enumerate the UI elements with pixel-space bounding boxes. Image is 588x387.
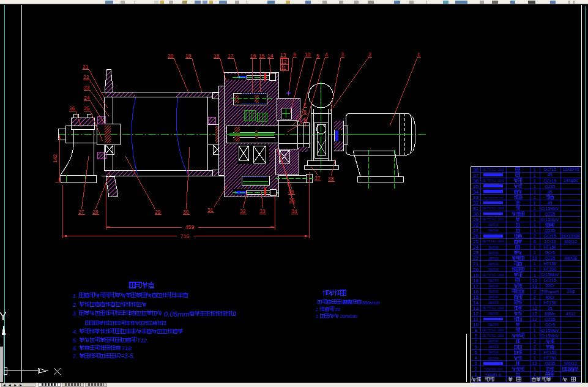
svg-text:18: 18	[214, 53, 220, 59]
svg-text:4: 4	[325, 51, 328, 58]
svg-text:2: 2	[534, 233, 536, 239]
svg-text:Q235: Q235	[545, 228, 555, 233]
svg-text:GCr5: GCr5	[545, 250, 556, 255]
svg-text:1: 1	[534, 250, 536, 255]
svg-text:GB/T5782-1986: GB/T5782-1986	[482, 179, 504, 182]
svg-text:18: 18	[473, 278, 478, 284]
svg-text:19: 19	[473, 272, 478, 278]
svg-text:28: 28	[473, 222, 478, 228]
svg-text:1: 1	[534, 200, 536, 206]
svg-text:GB/T5782-1986: GB/T5782-1986	[482, 274, 504, 277]
svg-text:29: 29	[155, 209, 161, 215]
svg-text:4X12: 4X12	[566, 312, 576, 316]
svg-text:0.05mm: 0.05mm	[164, 310, 190, 318]
svg-text:2Xφ: 2Xφ	[567, 289, 575, 294]
svg-text:65Mn: 65Mn	[545, 312, 556, 316]
svg-text:.: .	[316, 300, 317, 304]
svg-text:2: 2	[368, 51, 371, 58]
svg-text:Cr15MoV: Cr15MoV	[541, 334, 559, 338]
svg-text:36: 36	[288, 189, 294, 195]
svg-text:1: 1	[534, 333, 536, 339]
svg-text:35: 35	[473, 184, 478, 189]
svg-text:45: 45	[548, 201, 553, 205]
svg-text:24: 24	[473, 244, 478, 250]
svg-text:1: 1	[534, 173, 536, 178]
svg-text:45: 45	[548, 173, 553, 177]
svg-text:12: 12	[532, 361, 537, 366]
svg-text:10X8X45: 10X8X45	[562, 167, 579, 171]
svg-text:5.: 5.	[73, 337, 78, 344]
svg-text:JB8530: JB8530	[488, 279, 499, 282]
svg-text:HT150: HT150	[543, 350, 556, 355]
svg-text:M4X12: M4X12	[565, 361, 578, 366]
svg-text:23: 23	[473, 250, 478, 255]
svg-text:1Cr13: 1Cr13	[544, 239, 556, 244]
svg-text:13: 13	[473, 306, 478, 311]
svg-text:14Xφ50: 14Xφ50	[564, 178, 578, 183]
svg-text:2: 2	[475, 366, 478, 372]
svg-text:1: 1	[534, 167, 536, 173]
svg-text:JB8530: JB8530	[488, 296, 499, 299]
svg-text:19: 19	[185, 53, 192, 59]
svg-text:27: 27	[78, 209, 84, 215]
svg-text:40Cr: 40Cr	[545, 295, 555, 299]
svg-text:24: 24	[84, 95, 90, 101]
svg-text:1: 1	[534, 222, 536, 228]
svg-text:34: 34	[473, 189, 478, 195]
svg-text:GB/T5782-1986: GB/T5782-1986	[482, 329, 504, 332]
svg-text:36: 36	[335, 307, 341, 312]
svg-text:5: 5	[475, 350, 478, 355]
svg-text:10: 10	[532, 255, 537, 261]
svg-text:960r/min: 960r/min	[362, 300, 380, 306]
svg-text:716: 716	[180, 233, 189, 239]
svg-text:16X10X80: 16X10X80	[562, 234, 581, 238]
svg-text:1: 1	[534, 195, 536, 200]
svg-text:13: 13	[280, 52, 286, 58]
svg-text:JB8530: JB8530	[488, 285, 499, 288]
svg-text:Y132M1-6: Y132M1-6	[485, 374, 501, 377]
svg-text:45: 45	[548, 190, 553, 194]
svg-text:21: 21	[83, 64, 89, 70]
svg-text:HT150: HT150	[543, 261, 556, 266]
svg-text:36: 36	[473, 178, 478, 184]
svg-text:35: 35	[548, 306, 553, 310]
svg-text:JB/ZQ4390-86: JB/ZQ4390-86	[483, 196, 503, 199]
svg-text:JB8530: JB8530	[488, 351, 499, 354]
svg-text:34: 34	[291, 208, 297, 214]
svg-text:11: 11	[281, 65, 286, 71]
svg-text:M8X38: M8X38	[565, 256, 578, 260]
svg-text:14: 14	[473, 300, 478, 306]
svg-text:20m/min: 20m/min	[340, 314, 358, 319]
svg-text:JB8530: JB8530	[488, 357, 499, 360]
svg-text:2: 2	[534, 295, 536, 300]
svg-text:R=3-5.: R=3-5.	[116, 353, 135, 359]
svg-text:1: 1	[534, 184, 536, 189]
svg-text:5: 5	[316, 53, 319, 59]
svg-text:1: 1	[534, 211, 536, 217]
svg-text:4.: 4.	[73, 329, 78, 335]
svg-text:7: 7	[475, 339, 478, 344]
svg-text:12: 12	[532, 306, 537, 311]
svg-text:25: 25	[84, 105, 90, 111]
svg-text:GB/T5782-1986: GB/T5782-1986	[482, 168, 504, 171]
svg-text:3: 3	[341, 51, 344, 58]
svg-text:GB/T5782-1986: GB/T5782-1986	[482, 240, 504, 243]
svg-text:33: 33	[473, 195, 478, 200]
svg-text:35: 35	[289, 197, 295, 203]
svg-text:459: 459	[185, 224, 194, 230]
svg-text:T18:: T18:	[122, 345, 133, 351]
svg-text:3: 3	[475, 361, 478, 366]
svg-text:10: 10	[532, 278, 537, 284]
svg-text:1: 1	[534, 228, 536, 233]
svg-text:6: 6	[534, 239, 536, 244]
svg-text:7: 7	[303, 102, 307, 108]
svg-text:16: 16	[473, 289, 478, 295]
svg-text:32: 32	[240, 208, 246, 214]
svg-text:6: 6	[303, 116, 307, 122]
svg-text:Cr15MoV: Cr15MoV	[541, 217, 559, 222]
svg-text:GCr15: GCr15	[544, 234, 557, 238]
svg-text:21: 21	[473, 261, 478, 266]
svg-text:2: 2	[534, 289, 536, 295]
svg-text:Q235: Q235	[545, 212, 555, 217]
svg-text:JB8530: JB8530	[488, 345, 499, 348]
